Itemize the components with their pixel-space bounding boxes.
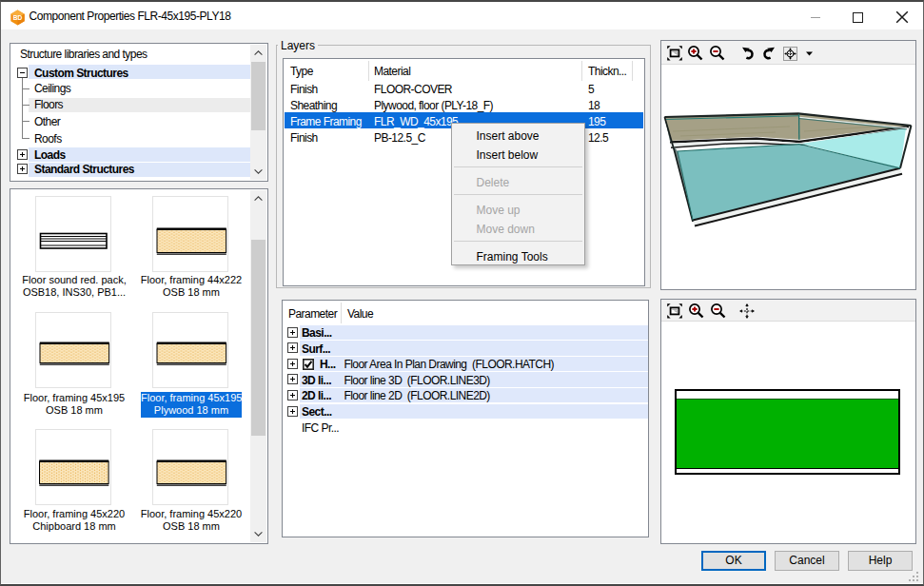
svg-text:BD: BD	[13, 14, 23, 21]
